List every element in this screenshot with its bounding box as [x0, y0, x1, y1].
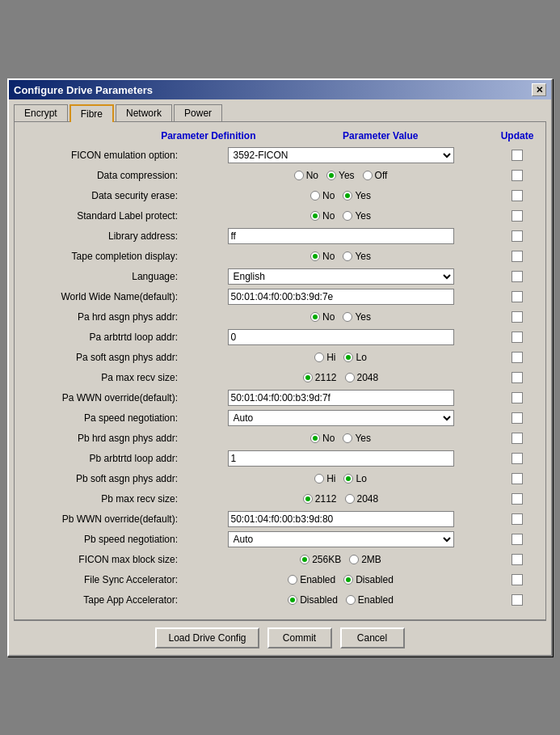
update-checkbox-15[interactable]: [512, 453, 523, 464]
param-input-18[interactable]: [228, 511, 454, 527]
radio-circle-1-1[interactable]: [326, 171, 336, 180]
update-checkbox-19[interactable]: [512, 534, 523, 545]
commit-button[interactable]: Commit: [267, 627, 332, 648]
tab-fibre[interactable]: Fibre: [69, 104, 114, 122]
radio-item-11-0[interactable]: 2112: [303, 372, 337, 383]
radio-item-3-0[interactable]: No: [310, 210, 335, 222]
radio-item-10-1[interactable]: Lo: [343, 352, 366, 363]
radio-circle-21-0[interactable]: [288, 575, 297, 585]
update-checkbox-2[interactable]: [512, 190, 523, 201]
param-input-4[interactable]: [228, 228, 454, 244]
tab-network[interactable]: Network: [116, 104, 172, 121]
update-checkbox-1[interactable]: [512, 170, 523, 181]
radio-item-5-1[interactable]: Yes: [343, 251, 371, 262]
param-input-9[interactable]: [228, 329, 454, 345]
update-checkbox-17[interactable]: [512, 493, 523, 505]
param-input-15[interactable]: [228, 450, 454, 467]
radio-circle-22-1[interactable]: [346, 595, 356, 605]
radio-circle-16-1[interactable]: [343, 474, 353, 484]
radio-item-22-0[interactable]: Disabled: [288, 594, 338, 606]
radio-item-11-1[interactable]: 2048: [345, 372, 379, 383]
update-checkbox-22[interactable]: [512, 594, 523, 606]
radio-item-2-1[interactable]: Yes: [343, 190, 371, 201]
radio-circle-8-1[interactable]: [343, 312, 352, 322]
radio-circle-17-0[interactable]: [303, 494, 313, 504]
radio-item-1-1[interactable]: Yes: [326, 170, 355, 181]
radio-circle-5-0[interactable]: [310, 251, 320, 261]
update-checkbox-16[interactable]: [512, 473, 523, 484]
radio-circle-10-1[interactable]: [343, 353, 353, 362]
radio-item-21-0[interactable]: Enabled: [288, 574, 335, 585]
update-checkbox-10[interactable]: [512, 352, 523, 363]
radio-circle-3-1[interactable]: [343, 211, 352, 221]
radio-circle-14-0[interactable]: [310, 433, 320, 443]
radio-item-10-0[interactable]: Hi: [314, 352, 335, 363]
radio-circle-10-0[interactable]: [314, 353, 324, 362]
update-checkbox-3[interactable]: [512, 210, 523, 222]
radio-item-20-1[interactable]: 2MB: [349, 554, 381, 565]
param-select-19[interactable]: Auto1Gb2Gb4Gb: [228, 531, 454, 547]
radio-item-14-0[interactable]: No: [310, 433, 335, 444]
radio-circle-2-0[interactable]: [310, 191, 320, 201]
radio-circle-16-0[interactable]: [314, 474, 324, 484]
radio-item-16-0[interactable]: Hi: [314, 473, 335, 484]
radio-item-2-0[interactable]: No: [310, 190, 335, 201]
radio-item-17-1[interactable]: 2048: [345, 493, 379, 505]
radio-circle-1-2[interactable]: [363, 171, 373, 180]
radio-circle-22-0[interactable]: [288, 595, 297, 605]
update-checkbox-9[interactable]: [512, 332, 523, 343]
param-select-6[interactable]: EnglishFrenchGermanSpanish: [228, 268, 454, 285]
radio-item-20-0[interactable]: 256KB: [300, 554, 341, 565]
radio-circle-11-0[interactable]: [303, 373, 313, 382]
radio-item-17-0[interactable]: 2112: [303, 493, 337, 505]
update-checkbox-0[interactable]: [512, 150, 523, 161]
param-select-13[interactable]: Auto1Gb2Gb4Gb: [228, 410, 454, 426]
update-checkbox-20[interactable]: [512, 554, 523, 565]
radio-item-16-1[interactable]: Lo: [343, 473, 366, 484]
update-checkbox-11[interactable]: [512, 372, 523, 383]
update-checkbox-12[interactable]: [512, 392, 523, 403]
radio-item-22-1[interactable]: Enabled: [346, 594, 394, 606]
update-checkbox-5[interactable]: [512, 251, 523, 262]
radio-item-1-2[interactable]: Off: [363, 170, 388, 181]
cancel-button[interactable]: Cancel: [340, 627, 405, 648]
table-row: Pb max recv size:21122048: [23, 490, 537, 508]
update-checkbox-21[interactable]: [512, 574, 523, 585]
update-checkbox-6[interactable]: [512, 271, 523, 282]
update-checkbox-7[interactable]: [512, 291, 523, 302]
update-checkbox-13[interactable]: [512, 412, 523, 424]
radio-circle-5-1[interactable]: [343, 251, 352, 261]
update-checkbox-18[interactable]: [512, 513, 523, 525]
radio-circle-21-1[interactable]: [343, 575, 353, 585]
radio-item-3-1[interactable]: Yes: [343, 210, 371, 222]
radio-item-8-1[interactable]: Yes: [343, 311, 371, 323]
window-title: Configure Drive Parameters: [14, 84, 153, 96]
update-header: Update: [497, 130, 537, 142]
radio-circle-20-0[interactable]: [300, 555, 309, 564]
param-input-7[interactable]: [228, 289, 454, 305]
radio-circle-8-0[interactable]: [310, 312, 320, 322]
radio-item-1-0[interactable]: No: [294, 170, 318, 181]
radio-item-8-0[interactable]: No: [310, 311, 335, 323]
update-checkbox-4[interactable]: [512, 230, 523, 242]
radio-circle-2-1[interactable]: [343, 191, 352, 201]
param-select-0[interactable]: 3592-FICONESCON: [228, 147, 454, 163]
load-drive-config-button[interactable]: Load Drive Config: [155, 627, 259, 648]
radio-circle-3-0[interactable]: [310, 211, 320, 221]
close-button[interactable]: ✕: [532, 83, 546, 96]
param-input-12[interactable]: [228, 390, 454, 406]
radio-circle-17-1[interactable]: [345, 494, 355, 504]
radio-circle-11-1[interactable]: [345, 373, 355, 382]
radio-circle-14-1[interactable]: [343, 433, 352, 443]
param-value-18: [184, 511, 497, 527]
tab-power[interactable]: Power: [174, 104, 222, 121]
update-checkbox-8[interactable]: [512, 311, 523, 323]
update-checkbox-14[interactable]: [512, 433, 523, 444]
table-row: Tape completion display:NoYes: [23, 247, 537, 265]
tab-encrypt[interactable]: Encrypt: [14, 104, 68, 121]
radio-item-14-1[interactable]: Yes: [343, 433, 371, 444]
radio-item-5-0[interactable]: No: [310, 251, 335, 262]
radio-item-21-1[interactable]: Disabled: [343, 574, 394, 585]
radio-circle-20-1[interactable]: [349, 555, 359, 564]
radio-circle-1-0[interactable]: [294, 171, 304, 180]
